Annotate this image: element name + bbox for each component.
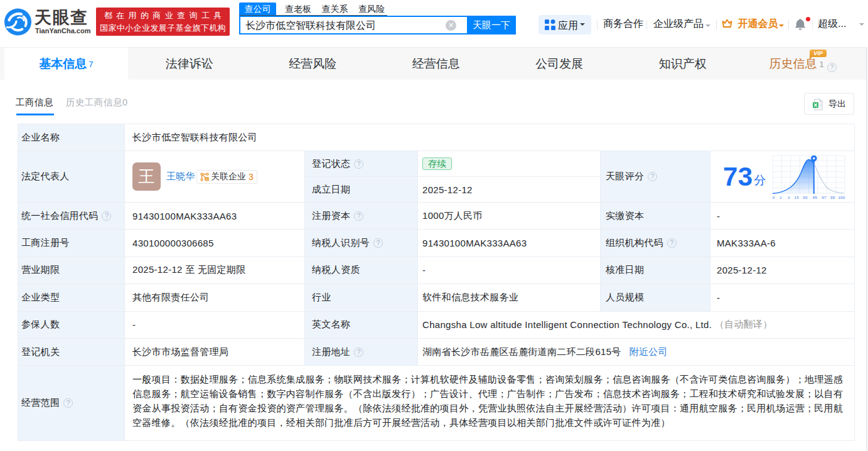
svg-text:85: 85: [812, 194, 817, 199]
svg-text:99: 99: [830, 194, 835, 199]
svg-text:企: 企: [205, 177, 209, 181]
svg-text:0: 0: [772, 194, 774, 199]
svg-text:3: 3: [788, 194, 790, 199]
svg-text:1: 1: [780, 194, 782, 199]
svg-text:100: 100: [838, 194, 845, 199]
svg-text:50: 50: [803, 194, 808, 199]
svg-text:15: 15: [794, 194, 799, 199]
svg-text:97: 97: [822, 194, 827, 199]
